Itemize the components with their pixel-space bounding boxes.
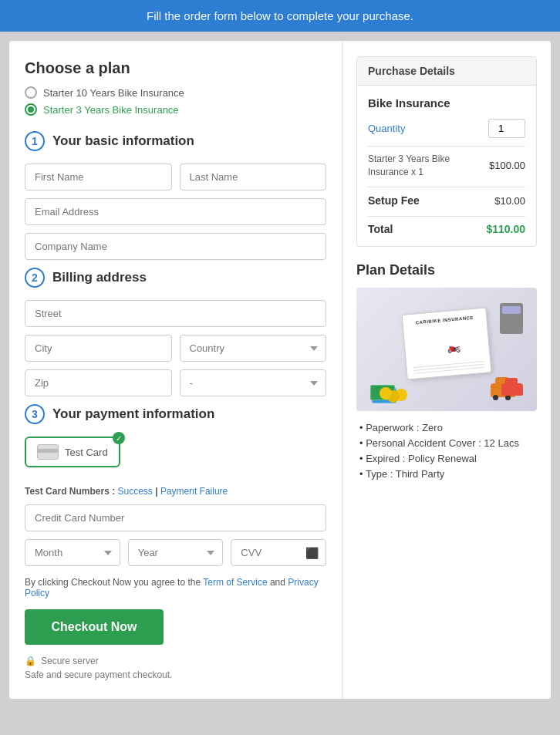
plan-bullets: Paperwork : Zero Personal Accident Cover… xyxy=(356,422,537,480)
insurance-doc: 🏍️ xyxy=(402,308,492,380)
email-input[interactable] xyxy=(25,198,326,225)
state-select[interactable]: - xyxy=(180,369,327,396)
section3-title: Your payment information xyxy=(52,406,214,422)
city-country-row: Country xyxy=(25,335,326,362)
street-row xyxy=(25,300,326,327)
company-row xyxy=(25,233,326,260)
email-row xyxy=(25,198,326,225)
card-label: Test Card xyxy=(65,447,108,458)
country-field: Country xyxy=(180,335,327,362)
card-check-icon: ✓ xyxy=(113,432,125,444)
section3-header: 3 Your payment information xyxy=(25,404,326,424)
item-row: Starter 3 Years Bike Insurance x 1 $100.… xyxy=(368,153,525,179)
expiry-cvv-row: Month 010203 040506 070809 101112 Year 2… xyxy=(25,539,326,566)
street-field xyxy=(25,300,326,327)
company-field xyxy=(25,233,326,260)
purchase-details-box: Purchase Details Bike Insurance Quantity… xyxy=(356,56,537,247)
section3-number: 3 xyxy=(25,404,45,424)
cc-number-row xyxy=(25,504,326,531)
test-card-numbers: Test Card Numbers : Success | Payment Fa… xyxy=(25,486,326,497)
terms-text: By clicking Checkout Now you agree to th… xyxy=(25,577,326,598)
divider3 xyxy=(368,216,525,217)
zip-field xyxy=(25,369,172,396)
bullet-4: Type : Third Party xyxy=(356,468,537,480)
item-price: $100.00 xyxy=(489,160,525,171)
last-name-input[interactable] xyxy=(180,164,327,190)
bullet-3: Expired : Policy Renewal xyxy=(356,453,537,464)
test-card-label: Test Card Numbers : xyxy=(25,486,117,497)
section1-header: 1 Your basic information xyxy=(25,131,326,151)
plan-details-title: Plan Details xyxy=(356,262,537,278)
first-name-field xyxy=(25,164,172,190)
email-field xyxy=(25,198,326,225)
quantity-input[interactable] xyxy=(488,119,525,138)
bike-icon: 🏍️ xyxy=(447,340,460,353)
section1-number: 1 xyxy=(25,131,45,151)
setup-fee-price: $10.00 xyxy=(494,195,525,207)
plan-image: 🏍️ xyxy=(356,288,537,411)
radio-10yr[interactable] xyxy=(25,86,37,99)
plan-option-10yr[interactable]: Starter 10 Years Bike Insurance xyxy=(25,86,326,99)
section2-header: 2 Billing address xyxy=(25,268,326,288)
cvv-icon: ⬛ xyxy=(305,547,319,559)
quantity-row: Quantity xyxy=(368,119,525,138)
first-name-input[interactable] xyxy=(25,164,172,190)
setup-fee-row: Setup Fee $10.00 xyxy=(368,194,525,209)
month-field: Month 010203 040506 070809 101112 xyxy=(25,539,120,566)
bullet-2: Personal Accident Cover : 12 Lacs xyxy=(356,437,537,449)
section2-title: Billing address xyxy=(52,270,147,285)
card-icon xyxy=(37,444,59,460)
secure-server: 🔒 Secure server xyxy=(25,656,326,666)
failure-link[interactable]: Payment Failure xyxy=(160,486,228,497)
setup-fee-label: Setup Fee xyxy=(368,194,420,209)
plan-details-section: Plan Details 🏍️ Pa xyxy=(356,262,537,480)
purchase-details-body: Bike Insurance Quantity Starter 3 Years … xyxy=(357,86,536,246)
calculator xyxy=(500,303,523,334)
card-option-row: Test Card ✓ xyxy=(25,437,326,478)
city-input[interactable] xyxy=(25,335,172,362)
lock-icon: 🔒 xyxy=(25,656,36,666)
red-car xyxy=(501,383,523,396)
quantity-label: Quantity xyxy=(368,123,405,134)
checkout-button[interactable]: Checkout Now xyxy=(25,609,164,645)
city-field xyxy=(25,335,172,362)
product-title: Bike Insurance xyxy=(368,96,525,110)
section1-title: Your basic information xyxy=(52,133,194,149)
right-panel: Purchase Details Bike Insurance Quantity… xyxy=(342,41,551,699)
test-card-option[interactable]: Test Card ✓ xyxy=(25,437,120,467)
left-panel: Choose a plan Starter 10 Years Bike Insu… xyxy=(9,41,342,699)
divider2 xyxy=(368,187,525,187)
banner-text: Fill the order form below to complete yo… xyxy=(147,9,413,22)
success-link[interactable]: Success xyxy=(117,486,152,497)
name-row xyxy=(25,164,326,190)
street-input[interactable] xyxy=(25,300,326,327)
section2-number: 2 xyxy=(25,268,45,288)
radio-3yr[interactable] xyxy=(25,103,37,116)
secure-server-label: Secure server xyxy=(41,656,99,666)
state-field: - xyxy=(180,369,327,396)
choose-plan-title: Choose a plan xyxy=(25,59,326,77)
bullet-1: Paperwork : Zero xyxy=(356,422,537,433)
total-label: Total xyxy=(368,223,393,235)
last-name-field xyxy=(180,164,327,190)
safe-text: Safe and secure payment checkout. xyxy=(25,669,326,680)
purchase-details-header: Purchase Details xyxy=(357,57,536,86)
company-input[interactable] xyxy=(25,233,326,260)
total-row: Total $110.00 xyxy=(368,223,525,235)
country-select[interactable]: Country xyxy=(180,335,327,362)
tos-link[interactable]: Term of Service xyxy=(203,577,267,588)
item-desc: Starter 3 Years Bike Insurance x 1 xyxy=(368,153,489,179)
divider1 xyxy=(368,146,525,147)
month-select[interactable]: Month 010203 040506 070809 101112 xyxy=(25,539,120,566)
plan-radio-group: Starter 10 Years Bike Insurance Starter … xyxy=(25,86,326,116)
plan-option-3yr[interactable]: Starter 3 Years Bike Insurance xyxy=(25,103,326,116)
zip-state-row: - xyxy=(25,369,326,396)
zip-input[interactable] xyxy=(25,369,172,396)
top-banner: Fill the order form below to complete yo… xyxy=(0,0,560,32)
cvv-field: ⬛ xyxy=(231,539,326,566)
year-field: Year 202420252026 202720282029 xyxy=(128,539,224,566)
total-price: $110.00 xyxy=(486,223,525,235)
cc-number-input[interactable] xyxy=(25,504,326,531)
year-select[interactable]: Year 202420252026 202720282029 xyxy=(128,539,224,566)
cc-number-field xyxy=(25,504,326,531)
